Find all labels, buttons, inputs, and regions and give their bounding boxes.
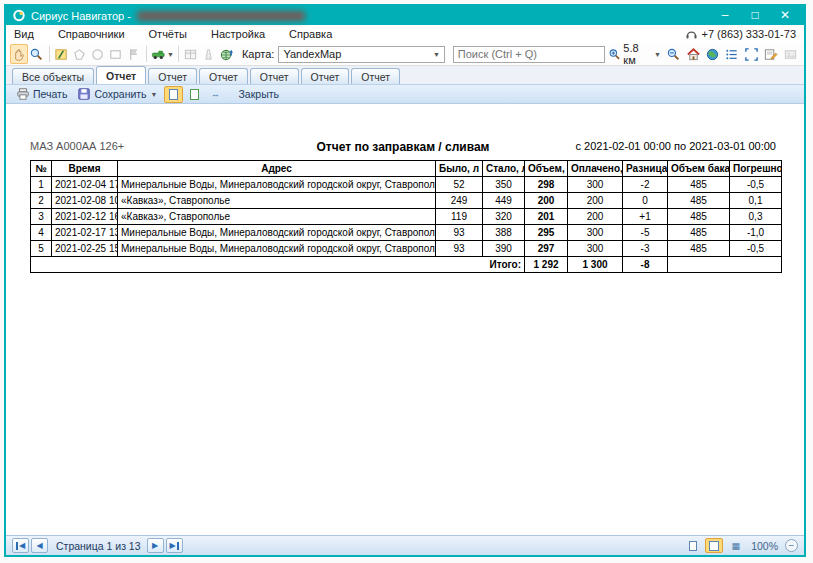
cell-volume: 200 <box>525 193 568 209</box>
total-label: Итого: <box>31 257 525 273</box>
photo-button[interactable] <box>781 44 800 64</box>
cell-address: «Кавказ», Ставрополье <box>118 209 436 225</box>
redacted-company-name <box>137 11 305 21</box>
cell-tank: 485 <box>668 241 730 257</box>
fit-page-mode-button[interactable] <box>185 86 204 103</box>
zoom-out-minus-button[interactable]: − <box>785 539 798 552</box>
view-multi-page-button[interactable]: ▦ <box>726 538 744 553</box>
total-volume: 1 292 <box>525 257 568 273</box>
zoom-page-mode-button[interactable] <box>164 86 183 103</box>
circle-icon <box>90 47 105 62</box>
cell-error: 0,3 <box>730 209 782 225</box>
edit-note-button[interactable] <box>761 44 780 64</box>
cell-after: 320 <box>483 209 525 225</box>
tab-report-4[interactable]: Отчет <box>250 68 299 84</box>
vehicle-button[interactable]: ▼ <box>150 44 176 64</box>
menu-otchety[interactable]: Отчёты <box>149 28 187 40</box>
globe-up-button[interactable] <box>218 44 236 64</box>
printer-icon <box>16 87 30 101</box>
view-fit-width-button[interactable] <box>705 538 723 553</box>
polygon-tool-button[interactable] <box>71 44 89 64</box>
save-icon <box>77 87 91 101</box>
cell-before: 93 <box>436 241 483 257</box>
cell-volume: 295 <box>525 225 568 241</box>
tab-report-5[interactable]: Отчет <box>301 68 350 84</box>
map-zoom-tools: 5.8 км ▼ <box>605 44 800 64</box>
zoom-in-icon <box>608 47 621 62</box>
menu-spravka[interactable]: Справка <box>289 28 332 40</box>
fit-width-mode-button[interactable]: ↔ <box>206 86 225 103</box>
cell-diff: -3 <box>623 241 668 257</box>
zoom-in-scale-button[interactable]: 5.8 км ▼ <box>605 44 664 64</box>
title-bar: Сириус Навигатор - – □ ✕ <box>6 6 804 25</box>
list-button[interactable] <box>722 44 741 64</box>
cell-num: 4 <box>31 225 52 241</box>
globe-button[interactable] <box>703 44 722 64</box>
last-page-icon <box>177 542 179 550</box>
cell-volume: 298 <box>525 177 568 193</box>
home-button[interactable] <box>683 44 702 64</box>
edit-map-button[interactable] <box>53 44 71 64</box>
grid-view-button[interactable] <box>182 44 200 64</box>
support-phone-number: +7 (863) 333-01-73 <box>702 28 796 40</box>
close-report-button[interactable]: Закрыть <box>234 85 284 103</box>
prev-page-button[interactable]: ◀ <box>31 538 48 553</box>
rect-icon <box>108 47 123 62</box>
cell-paid: 200 <box>568 193 623 209</box>
rect-tool-button[interactable] <box>107 44 125 64</box>
cell-tank: 485 <box>668 225 730 241</box>
headset-icon <box>685 28 698 41</box>
maximize-button[interactable]: □ <box>740 7 770 24</box>
print-label: Печать <box>33 88 67 100</box>
cell-error: 0,1 <box>730 193 782 209</box>
tab-all-objects[interactable]: Все объекты <box>12 68 94 84</box>
flag-tool-button[interactable] <box>125 44 143 64</box>
print-button[interactable]: Печать <box>11 85 72 103</box>
menu-nastroika[interactable]: Настройка <box>211 28 265 40</box>
map-provider-select[interactable]: YandexMap ▼ <box>278 46 444 63</box>
tab-report-3[interactable]: Отчет <box>199 68 248 84</box>
table-row: 4 2021-02-17 13:53 Минеральные Воды, Мин… <box>31 225 782 241</box>
last-page-button[interactable]: ▶ <box>166 538 183 553</box>
cell-time: 2021-02-08 10:48 <box>52 193 118 209</box>
close-report-label: Закрыть <box>239 88 279 100</box>
col-time: Время <box>52 161 118 177</box>
cell-time: 2021-02-17 13:53 <box>52 225 118 241</box>
edit-note-icon <box>763 47 778 62</box>
vehicle-icon <box>151 47 166 62</box>
col-num: № <box>31 161 52 177</box>
search-input[interactable] <box>453 46 605 63</box>
report-header: МАЗ А000АА 126+ Отчет по заправкам / сли… <box>30 140 776 154</box>
globe-icon <box>705 47 720 62</box>
zoom-out-button[interactable] <box>664 44 683 64</box>
save-button[interactable]: Сохранить ▼ <box>72 85 162 103</box>
view-single-page-button[interactable] <box>684 538 702 553</box>
first-page-button[interactable]: ◀ <box>12 538 29 553</box>
minimize-button[interactable]: – <box>710 7 740 24</box>
next-page-button[interactable]: ▶ <box>147 538 164 553</box>
total-paid: 1 300 <box>568 257 623 273</box>
chevron-down-icon: ▼ <box>151 91 158 98</box>
menu-bar: Вид Справочники Отчёты Настройка Справка… <box>6 25 804 43</box>
close-button[interactable]: ✕ <box>770 7 800 24</box>
menu-spravochniki[interactable]: Справочники <box>58 28 125 40</box>
tab-report-2[interactable]: Отчет <box>148 68 197 84</box>
road-button[interactable] <box>200 44 218 64</box>
circle-tool-button[interactable] <box>89 44 107 64</box>
table-row: 3 2021-02-12 16:57 «Кавказ», Ставрополье… <box>31 209 782 225</box>
menu-vid[interactable]: Вид <box>14 28 34 40</box>
pan-hand-button[interactable] <box>10 44 28 64</box>
cell-before: 93 <box>436 225 483 241</box>
pan-hand-icon <box>11 47 26 62</box>
zoom-select-button[interactable] <box>28 44 46 64</box>
cell-num: 1 <box>31 177 52 193</box>
selection-button[interactable] <box>742 44 761 64</box>
app-window: Сириус Навигатор - – □ ✕ Вид Справочники… <box>4 4 806 557</box>
save-label: Сохранить <box>94 88 146 100</box>
cell-num: 2 <box>31 193 52 209</box>
tab-strip: Все объекты Отчет Отчет Отчет Отчет Отче… <box>6 66 804 84</box>
cell-diff: 0 <box>623 193 668 209</box>
tab-report-active[interactable]: Отчет <box>96 66 146 84</box>
col-before: Было, л <box>436 161 483 177</box>
tab-report-6[interactable]: Отчет <box>351 68 400 84</box>
